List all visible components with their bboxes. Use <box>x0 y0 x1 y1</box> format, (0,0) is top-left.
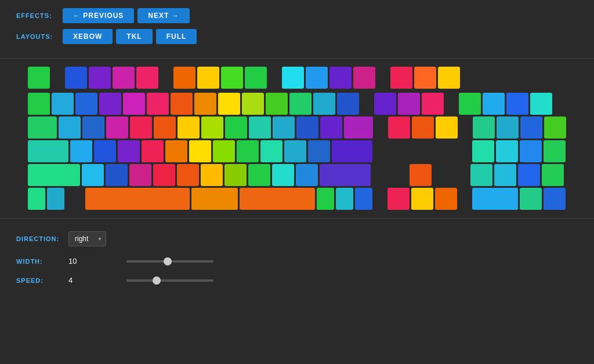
key-v[interactable] <box>153 164 175 186</box>
key-semi[interactable] <box>284 140 306 162</box>
key-equal[interactable] <box>313 93 335 115</box>
key-lctrl[interactable] <box>28 188 45 210</box>
key-pgup[interactable] <box>422 93 444 115</box>
key-num8[interactable] <box>497 117 519 139</box>
key-i[interactable] <box>225 117 247 139</box>
key-nument[interactable] <box>542 164 564 186</box>
key-enter[interactable] <box>332 140 372 162</box>
key-g[interactable] <box>165 140 187 162</box>
key-f12[interactable] <box>353 67 375 89</box>
key-space-l[interactable] <box>85 188 190 210</box>
key-a[interactable] <box>70 140 92 162</box>
key-rfn[interactable] <box>336 188 353 210</box>
key-num1[interactable] <box>470 164 492 186</box>
key-q[interactable] <box>59 117 81 139</box>
key-tab[interactable] <box>28 117 57 139</box>
key-num5[interactable] <box>496 140 518 162</box>
key-rctrl[interactable] <box>355 188 372 210</box>
key-pau[interactable] <box>438 67 460 89</box>
key-1[interactable] <box>52 93 74 115</box>
key-left[interactable] <box>387 188 410 210</box>
key-c[interactable] <box>129 164 151 186</box>
key-bksp[interactable] <box>337 93 359 115</box>
key-lwin[interactable] <box>47 188 64 210</box>
key-nument2[interactable] <box>544 188 566 210</box>
layout-xebow-button[interactable]: XEBOW <box>63 29 113 44</box>
key-l[interactable] <box>260 140 282 162</box>
key-num7[interactable] <box>473 117 495 139</box>
key-u[interactable] <box>201 117 223 139</box>
key-4[interactable] <box>123 93 145 115</box>
key-ins[interactable] <box>374 93 396 115</box>
key-h[interactable] <box>189 140 211 162</box>
key-tilde[interactable] <box>28 93 50 115</box>
key-8[interactable] <box>218 93 240 115</box>
key-num6[interactable] <box>520 140 542 162</box>
key-lshift[interactable] <box>28 164 80 186</box>
key-f2[interactable] <box>89 67 111 89</box>
key-numplus2[interactable] <box>544 140 566 162</box>
key-f[interactable] <box>142 140 164 162</box>
key-y[interactable] <box>178 117 200 139</box>
key-7[interactable] <box>194 93 216 115</box>
key-ralt[interactable] <box>317 188 334 210</box>
layout-full-button[interactable]: FULL <box>156 29 197 44</box>
key-numminus[interactable] <box>530 93 552 115</box>
key-3[interactable] <box>99 93 121 115</box>
key-0[interactable] <box>266 93 288 115</box>
key-space-m[interactable] <box>191 188 238 210</box>
speed-slider[interactable] <box>126 279 213 282</box>
key-f7[interactable] <box>221 67 243 89</box>
key-9[interactable] <box>242 93 264 115</box>
key-num3[interactable] <box>518 164 540 186</box>
key-caps[interactable] <box>28 140 68 162</box>
key-numstar[interactable] <box>506 93 528 115</box>
direction-dropdown[interactable]: left right up down <box>68 231 106 246</box>
key-b[interactable] <box>177 164 199 186</box>
key-d[interactable] <box>118 140 140 162</box>
key-space-r[interactable] <box>240 188 315 210</box>
key-home[interactable] <box>398 93 420 115</box>
key-f9[interactable] <box>282 67 304 89</box>
key-num2[interactable] <box>494 164 516 186</box>
key-z[interactable] <box>82 164 104 186</box>
key-esc[interactable] <box>28 67 50 89</box>
key-m[interactable] <box>224 164 247 186</box>
key-k[interactable] <box>237 140 259 162</box>
key-up[interactable] <box>410 164 432 186</box>
key-f8[interactable] <box>245 67 267 89</box>
key-f3[interactable] <box>113 67 135 89</box>
key-f11[interactable] <box>329 67 352 89</box>
key-5[interactable] <box>147 93 169 115</box>
key-s[interactable] <box>94 140 116 162</box>
key-j[interactable] <box>213 140 235 162</box>
key-f6[interactable] <box>197 67 219 89</box>
layout-tkl-button[interactable]: TKL <box>116 29 152 44</box>
key-numlk[interactable] <box>459 93 481 115</box>
key-apos[interactable] <box>308 140 330 162</box>
key-e[interactable] <box>106 117 128 139</box>
key-num4[interactable] <box>472 140 494 162</box>
key-comma[interactable] <box>248 164 270 186</box>
key-x[interactable] <box>106 164 128 186</box>
key-enter-top[interactable] <box>344 117 373 139</box>
key-lbr[interactable] <box>296 117 318 139</box>
key-del[interactable] <box>388 117 410 139</box>
key-p[interactable] <box>273 117 295 139</box>
key-f5[interactable] <box>173 67 195 89</box>
width-slider[interactable] <box>126 260 213 263</box>
key-prt[interactable] <box>390 67 412 89</box>
key-minus[interactable] <box>289 93 312 115</box>
key-numslash[interactable] <box>483 93 505 115</box>
key-rbr[interactable] <box>320 117 342 139</box>
key-w[interactable] <box>82 117 104 139</box>
key-n[interactable] <box>201 164 223 186</box>
key-slash[interactable] <box>296 164 318 186</box>
next-button[interactable]: NEXT → <box>137 8 189 23</box>
key-t[interactable] <box>154 117 176 139</box>
key-end[interactable] <box>412 117 434 139</box>
prev-button[interactable]: ← PREVIOUS <box>63 8 134 23</box>
key-down[interactable] <box>411 188 433 210</box>
key-period[interactable] <box>272 164 294 186</box>
key-f1[interactable] <box>65 67 87 89</box>
